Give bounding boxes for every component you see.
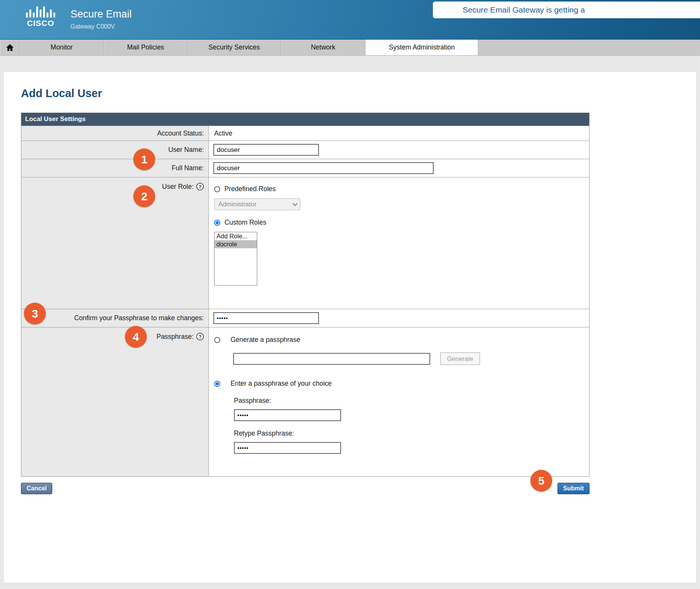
user-role-row: User Role: ? Predefined Roles Administra…: [21, 177, 589, 309]
custom-roles-radio[interactable]: [214, 220, 220, 226]
nav-tab-monitor[interactable]: Monitor: [20, 40, 104, 55]
generate-row: Generate: [233, 352, 589, 365]
user-role-help-icon[interactable]: ?: [196, 183, 204, 190]
role-list-item-docrole[interactable]: docrole: [215, 240, 257, 248]
product-title: Secure Email: [70, 6, 132, 20]
passphrase-field-label: Passphrase:: [234, 397, 589, 405]
nav-tab-label: Mail Policies: [127, 43, 164, 51]
annotation-badge-5: 5: [530, 470, 552, 492]
predefined-role-select[interactable]: Administrator: [214, 198, 300, 210]
generated-passphrase-input[interactable]: [233, 353, 430, 365]
main-nav: Monitor Mail Policies Security Services …: [0, 40, 700, 56]
section-header: Local User Settings: [21, 113, 589, 126]
nav-tab-label: System Administration: [389, 43, 455, 51]
retype-passphrase-field-label: Retype Passphrase:: [234, 429, 589, 437]
user-role-label: User Role: ?: [21, 177, 209, 309]
retype-passphrase-input[interactable]: [234, 442, 341, 454]
cisco-logo: CISCO: [26, 6, 55, 28]
page-root: CISCO Secure Email Gateway C000V Secure …: [0, 0, 700, 589]
user-name-input[interactable]: [213, 144, 319, 156]
predefined-roles-option[interactable]: Predefined Roles: [214, 185, 589, 193]
page-title: Add Local User: [21, 87, 679, 100]
confirm-passphrase-row: Confirm your Passphrase to make changes:: [21, 309, 589, 327]
brand-block: CISCO Secure Email Gateway C000V: [26, 6, 132, 30]
custom-roles-option[interactable]: Custom Roles: [214, 219, 589, 227]
generate-passphrase-radio[interactable]: [214, 337, 220, 343]
user-name-row: User Name:: [21, 140, 589, 159]
product-model: Gateway C000V: [70, 23, 132, 30]
confirm-passphrase-label: Confirm your Passphrase to make changes:: [21, 309, 209, 327]
role-list-item-add-role[interactable]: Add Role...: [215, 232, 257, 240]
product-block: Secure Email Gateway C000V: [70, 6, 132, 30]
cancel-button[interactable]: Cancel: [21, 483, 52, 494]
home-icon: [6, 44, 14, 51]
enter-passphrase-label: Enter a passphrase of your choice: [231, 380, 332, 388]
annotation-badge-1: 1: [133, 148, 155, 170]
enter-passphrase-option[interactable]: Enter a passphrase of your choice: [214, 380, 589, 388]
annotation-badge-4: 4: [125, 326, 147, 348]
nav-home-tab[interactable]: [0, 40, 20, 55]
confirm-passphrase-input[interactable]: [213, 312, 319, 324]
generate-passphrase-label: Generate a passphrase: [231, 336, 300, 344]
predefined-roles-radio[interactable]: [214, 186, 220, 192]
generate-button[interactable]: Generate: [440, 352, 480, 365]
nav-filler: [478, 40, 700, 55]
cisco-brand-text: CISCO: [27, 19, 54, 28]
nav-tab-system-administration[interactable]: System Administration: [365, 40, 478, 55]
chevron-down-icon: [292, 201, 298, 206]
submit-button[interactable]: Submit: [557, 483, 589, 494]
cisco-logo-bars-icon: [26, 6, 55, 18]
custom-roles-label: Custom Roles: [224, 219, 266, 227]
app-header: CISCO Secure Email Gateway C000V Secure …: [0, 0, 700, 40]
full-name-row: Full Name:: [21, 159, 589, 177]
notification-banner: Secure Email Gateway is getting a: [433, 2, 700, 18]
nav-tab-security-services[interactable]: Security Services: [187, 40, 281, 55]
account-status-label: Account Status:: [21, 126, 209, 140]
nav-tab-mail-policies[interactable]: Mail Policies: [104, 40, 187, 55]
account-status-value: Active: [209, 126, 589, 140]
nav-tab-label: Network: [311, 43, 335, 51]
full-name-label: Full Name:: [21, 159, 209, 177]
passphrase-input[interactable]: [234, 409, 341, 421]
enter-passphrase-radio[interactable]: [214, 381, 220, 387]
predefined-role-selected-value: Administrator: [218, 201, 256, 208]
account-status-row: Account Status: Active: [21, 126, 589, 140]
nav-tab-label: Monitor: [51, 43, 73, 51]
annotation-badge-2: 2: [133, 185, 155, 207]
full-name-input[interactable]: [213, 162, 434, 174]
passphrase-row: Passphrase: ? Generate a passphrase Gene…: [21, 327, 589, 476]
form-actions: Cancel Submit: [21, 483, 589, 494]
nav-tab-label: Security Services: [208, 43, 260, 51]
generate-passphrase-option[interactable]: Generate a passphrase: [214, 336, 589, 344]
user-name-label: User Name:: [21, 141, 209, 159]
passphrase-help-icon[interactable]: ?: [196, 333, 204, 340]
local-user-settings-table: Local User Settings Account Status: Acti…: [21, 113, 589, 477]
custom-roles-listbox[interactable]: Add Role... docrole: [214, 232, 257, 286]
content-panel: Add Local User Local User Settings Accou…: [4, 72, 696, 583]
annotation-badge-3: 3: [24, 303, 46, 324]
passphrase-label: Passphrase: ?: [21, 327, 209, 476]
predefined-roles-label: Predefined Roles: [224, 185, 276, 193]
nav-tab-network[interactable]: Network: [281, 40, 365, 55]
